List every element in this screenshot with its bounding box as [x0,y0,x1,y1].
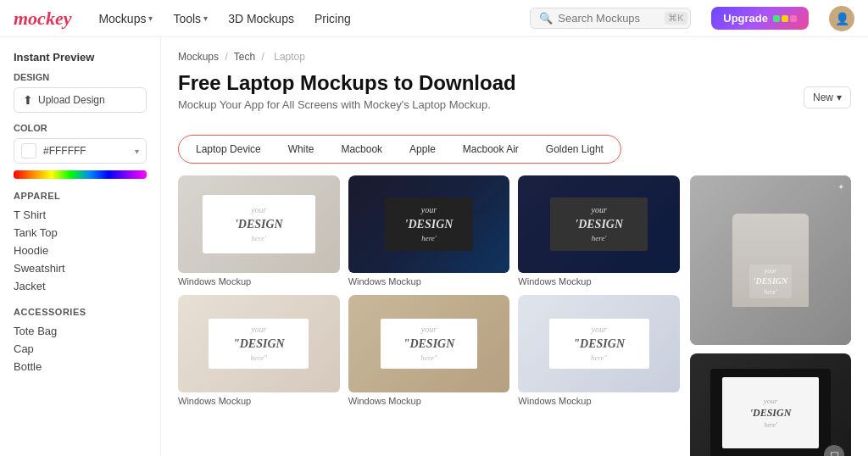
sidebar-item-bottle[interactable]: Bottle [14,358,147,375]
logo[interactable]: mockey [14,8,71,30]
right-card-tshirt[interactable]: your 'DESIGN here' ✦ [690,175,851,345]
tag-macbook-air[interactable]: Macbook Air [453,140,529,158]
breadcrumb-sep1: / [225,51,227,63]
color-gradient-bar[interactable] [14,170,147,179]
color-swatch [21,143,36,158]
accessories-section-label: ACCESSORIES [14,307,147,317]
tag-apple[interactable]: Apple [399,140,446,158]
sidebar-item-cap[interactable]: Cap [14,340,147,358]
breadcrumb-tech[interactable]: Tech [234,51,255,63]
mockup-label: Windows Mockup [178,276,340,286]
right-column: your 'DESIGN here' ✦ [690,175,851,456]
upgrade-dots [773,15,797,22]
avatar[interactable]: 👤 [829,6,854,31]
keyboard-shortcut: ⌘K [665,12,687,25]
mockup-label: Windows Mockup [348,276,510,286]
right-card-tablet[interactable]: your 'DESIGN here' 🛡 [690,353,851,456]
tag-macbook[interactable]: Macbook [331,140,392,158]
upload-icon: ⬆ [23,93,33,107]
sidebar-item-tshirt[interactable]: T Shirt [14,206,147,224]
mockup-label: Windows Mockup [518,276,680,286]
mockup-card-4[interactable]: your "DESIGN here" Windows Mockup [178,295,340,406]
mockup-card-3[interactable]: your 'DESIGN here' Windows Mockup [518,175,680,286]
mockup-label: Windows Mockup [518,396,680,406]
main-content: Mockups / Tech / Laptop Free Laptop Mock… [161,37,868,456]
mockup-card-6[interactable]: your "DESIGN here" Windows Mockup [518,295,680,406]
mockup-card-2[interactable]: your 'DESIGN here' Windows Mockup [348,175,510,286]
mockup-card-5[interactable]: your "DESIGN here" Windows Mockup [348,295,510,406]
color-picker-row[interactable]: #FFFFFF ▾ [14,138,147,164]
search-input[interactable] [558,12,659,25]
mockup-card-1[interactable]: ✦ your 'DESIGN here' Windows Mockup [178,175,340,286]
apparel-section-label: APPAREL [14,191,147,201]
page-title: Free Laptop Mockups to Download [178,71,516,95]
tag-white[interactable]: White [278,140,325,158]
tag-filters: Laptop Device White Macbook Apple Macboo… [178,135,621,164]
nav-item-mockups[interactable]: Mockups ▾ [98,12,153,25]
tag-golden-light[interactable]: Golden Light [536,140,614,158]
breadcrumb-sep2: / [262,51,264,63]
breadcrumb: Mockups / Tech / Laptop [178,51,851,63]
upload-design-button[interactable]: ⬆ Upload Design [14,87,147,113]
chevron-icon: ▾ [203,14,208,23]
chevron-down-icon: ▾ [837,92,842,103]
sidebar-item-jacket[interactable]: Jacket [14,277,147,295]
navbar: mockey Mockups ▾ Tools ▾ 3D Mockups Pric… [0,0,868,37]
sidebar: Instant Preview DESIGN ⬆ Upload Design C… [0,37,161,456]
mockup-label: Windows Mockup [348,396,510,406]
chevron-down-icon: ▾ [135,147,139,156]
nav-item-3d[interactable]: 3D Mockups [228,12,294,25]
design-section-label: DESIGN [14,72,147,82]
nav-item-tools[interactable]: Tools ▾ [173,12,208,25]
sidebar-item-sweatshirt[interactable]: Sweatshirt [14,259,147,277]
sort-button[interactable]: New ▾ [804,86,851,108]
upgrade-button[interactable]: Upgrade [711,7,809,30]
sidebar-item-tanktop[interactable]: Tank Top [14,224,147,242]
search-icon: 🔍 [539,12,553,25]
color-hex-value: #FFFFFF [43,145,86,157]
breadcrumb-mockups[interactable]: Mockups [178,51,219,63]
page-subtitle: Mockup Your App for All Screens with Moc… [178,98,516,111]
breadcrumb-laptop: Laptop [274,51,305,63]
mockup-label: Windows Mockup [178,396,340,406]
search-bar[interactable]: 🔍 ⌘K [530,8,691,29]
sidebar-title: Instant Preview [14,51,147,64]
color-section-label: COLOR [14,123,147,133]
nav-item-pricing[interactable]: Pricing [314,12,351,25]
sidebar-item-totebag[interactable]: Tote Bag [14,322,147,340]
plus-icon: ✦ [249,203,256,213]
chevron-icon: ▾ [148,14,153,23]
sidebar-item-hoodie[interactable]: Hoodie [14,242,147,259]
tag-laptop-device[interactable]: Laptop Device [186,140,271,158]
